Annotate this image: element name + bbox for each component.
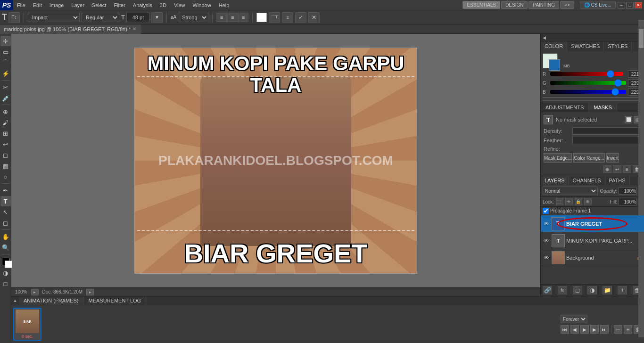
tool-shape[interactable]: ◻ bbox=[0, 218, 11, 228]
lock-pixels-btn[interactable]: ⬚ bbox=[556, 198, 563, 205]
menu-help[interactable]: Help bbox=[215, 0, 233, 10]
close-tab-btn[interactable]: ✕ bbox=[132, 26, 136, 32]
menu-analysis[interactable]: Analysis bbox=[129, 0, 156, 10]
tool-pen[interactable]: ✒ bbox=[0, 185, 11, 196]
antialiasing-select[interactable]: Strong bbox=[178, 13, 208, 22]
propagate-checkbox[interactable] bbox=[543, 208, 549, 214]
color-range-btn[interactable]: Color Range... bbox=[573, 153, 604, 163]
tool-marquee[interactable]: ▭ bbox=[0, 47, 11, 57]
layer-new-btn[interactable]: + bbox=[618, 286, 627, 294]
font-family-select[interactable]: Impact bbox=[28, 13, 80, 22]
anim-frame-1[interactable]: BIAR 0 sec. bbox=[13, 308, 41, 341]
tool-history[interactable]: ↩ bbox=[0, 139, 11, 149]
r-slider[interactable] bbox=[550, 72, 623, 76]
align-right-btn[interactable]: ≡ bbox=[238, 13, 248, 22]
warp-text-btn[interactable]: ⌒T bbox=[269, 12, 280, 23]
align-left-btn[interactable]: ≡ bbox=[216, 13, 227, 22]
layer-visibility-2[interactable]: 👁 bbox=[543, 237, 550, 245]
opacity-input[interactable] bbox=[619, 187, 636, 195]
text-color-swatch[interactable] bbox=[256, 13, 267, 22]
mask-btn3[interactable]: ≡ bbox=[623, 165, 631, 173]
foreground-color[interactable] bbox=[2, 258, 9, 265]
tween-btn[interactable]: ⋯ bbox=[614, 325, 622, 334]
brightness-bar[interactable] bbox=[543, 100, 642, 101]
workspace-essentials[interactable]: ESSENTIALS bbox=[462, 1, 500, 9]
layer-biar-greget[interactable]: 👁 T BIAR GREGET bbox=[541, 215, 644, 232]
tool-zoom[interactable]: 🔍 bbox=[0, 242, 11, 253]
feather-input[interactable] bbox=[572, 137, 641, 144]
layer-visibility-3[interactable]: 👁 bbox=[543, 254, 550, 261]
cancel-btn[interactable]: ✕ bbox=[308, 12, 320, 23]
mask-btn1[interactable]: ⊕ bbox=[603, 165, 611, 173]
menu-edit[interactable]: Edit bbox=[29, 0, 46, 10]
tool-text[interactable]: T bbox=[0, 196, 11, 206]
tool-lasso[interactable]: ⌒ bbox=[0, 57, 11, 68]
menu-3d[interactable]: 3D bbox=[156, 0, 170, 10]
mask-edge-btn[interactable]: Mask Edge... bbox=[544, 153, 572, 163]
new-frame-btn[interactable]: + bbox=[624, 325, 632, 334]
tab-masks[interactable]: MASKS bbox=[589, 103, 617, 112]
tool-crop[interactable]: ✂ bbox=[0, 82, 11, 92]
fill-input[interactable] bbox=[619, 198, 636, 205]
document-tab[interactable]: maddog polos.jpg @ 100% (BIAR GREGET, RG… bbox=[0, 24, 140, 34]
align-center-btn[interactable]: ≡ bbox=[227, 13, 238, 22]
blend-mode-select[interactable]: Normal bbox=[543, 187, 598, 195]
layer-visibility-1[interactable]: 👁 bbox=[543, 220, 550, 228]
b-slider[interactable] bbox=[550, 90, 626, 94]
fg-color-swatch[interactable] bbox=[543, 53, 558, 68]
tab-color[interactable]: COLOR bbox=[541, 41, 567, 51]
last-frame-btn[interactable]: ⏭ bbox=[600, 325, 609, 334]
tool-gradient[interactable]: ▦ bbox=[0, 161, 11, 171]
tool-screen-mode[interactable]: □ bbox=[0, 278, 11, 289]
menu-layer[interactable]: Layer bbox=[67, 0, 88, 10]
tool-eyedropper[interactable]: 💉 bbox=[0, 93, 11, 103]
tab-styles[interactable]: STYLES bbox=[604, 41, 632, 51]
menu-window[interactable]: Window bbox=[189, 0, 215, 10]
tool-quickmask[interactable]: ◑ bbox=[0, 268, 11, 278]
panel-collapse-btn[interactable]: ◀ bbox=[541, 34, 644, 41]
font-size-dropdown[interactable]: ▼ bbox=[151, 12, 163, 23]
loop-select[interactable]: Forever bbox=[561, 315, 587, 323]
tab-swatches[interactable]: SWATCHES bbox=[567, 41, 604, 51]
tab-paths[interactable]: PATHS bbox=[605, 176, 630, 185]
restore-btn[interactable]: □ bbox=[626, 2, 634, 8]
layer-background[interactable]: 👁 Background 🔒 bbox=[541, 249, 644, 266]
canvas-container[interactable]: MINUM KOPI PAKE GARPU TALA PLAKARANKIDOE… bbox=[11, 34, 540, 287]
tool-path-select[interactable]: ↖ bbox=[0, 207, 11, 217]
layer-group-btn[interactable]: 📁 bbox=[603, 286, 612, 294]
lock-all-btn[interactable]: 🔒 bbox=[575, 198, 582, 205]
workspace-painting[interactable]: PAINTING bbox=[528, 1, 559, 9]
hue-bar[interactable] bbox=[543, 97, 642, 98]
first-frame-btn[interactable]: ⏮ bbox=[561, 325, 569, 334]
lock-position-btn[interactable]: ✛ bbox=[565, 198, 573, 205]
menu-file[interactable]: File bbox=[13, 0, 29, 10]
layer-fx-btn[interactable]: fx bbox=[558, 286, 567, 294]
lock-extra-btn[interactable]: ⊕ bbox=[584, 198, 592, 205]
tab-layers[interactable]: LAYERS bbox=[541, 176, 569, 185]
tool-dodge[interactable]: ○ bbox=[0, 172, 11, 182]
background-color[interactable] bbox=[5, 261, 12, 268]
invert-btn[interactable]: Invert bbox=[606, 153, 619, 163]
minimize-btn[interactable]: ─ bbox=[618, 2, 625, 8]
zoom-btn[interactable]: ▸ bbox=[31, 289, 39, 295]
menu-select[interactable]: Select bbox=[88, 0, 110, 10]
layer-minum-kopi[interactable]: 👁 T MINUM KOPI PAKE GARP... bbox=[541, 232, 644, 249]
menu-image[interactable]: Image bbox=[46, 0, 68, 10]
close-btn[interactable]: ✕ bbox=[635, 2, 642, 8]
play-btn[interactable]: ▶ bbox=[580, 325, 589, 334]
font-style-select[interactable]: Regular bbox=[82, 13, 119, 22]
tool-clone[interactable]: ⊞ bbox=[0, 128, 11, 139]
bottom-panel-collapse[interactable]: ▲ bbox=[11, 296, 19, 305]
layer-mask-btn[interactable]: ◻ bbox=[573, 286, 582, 294]
layer-link-btn[interactable]: 🔗 bbox=[543, 286, 552, 294]
cs-live-btn[interactable]: 🌐 CS Live... bbox=[580, 1, 616, 9]
tool-heal[interactable]: ⊕ bbox=[0, 106, 11, 117]
prev-frame-btn[interactable]: ◀ bbox=[570, 325, 579, 334]
tool-hand[interactable]: ✋ bbox=[0, 231, 11, 242]
add-pixel-mask-btn[interactable]: ⬜ bbox=[625, 116, 632, 123]
tool-eraser[interactable]: ◻ bbox=[0, 150, 11, 160]
next-frame-btn[interactable]: ▶ bbox=[590, 325, 599, 334]
tab-animation-frames[interactable]: ANIMATION (FRAMES) bbox=[19, 296, 84, 305]
character-panel-btn[interactable]: Ξ bbox=[282, 12, 293, 23]
tool-brush[interactable]: 🖌 bbox=[0, 117, 11, 128]
